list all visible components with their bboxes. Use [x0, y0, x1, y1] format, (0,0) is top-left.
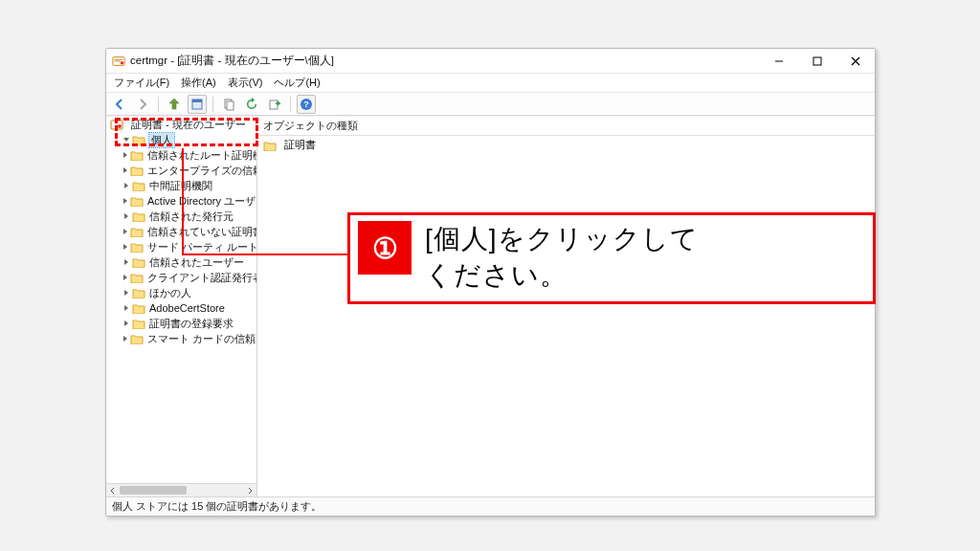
tree-item[interactable]: AdobeCertStore — [106, 300, 256, 316]
menu-help[interactable]: ヘルプ(H) — [274, 76, 320, 90]
annotation-text-line1: [個人]をクリックして — [425, 221, 699, 257]
folder-icon — [130, 241, 144, 253]
folder-icon — [130, 149, 144, 161]
chevron-right-icon[interactable] — [122, 257, 131, 267]
tree-item-label: サード パーティ ルート証明機関 — [147, 240, 257, 254]
tree-item[interactable]: クライアント認証発行者 — [106, 270, 256, 285]
chevron-right-icon[interactable] — [122, 288, 131, 298]
tree-item-label: 中間証明機関 — [149, 179, 212, 193]
list-item-label: 証明書 — [284, 138, 316, 152]
folder-icon — [130, 195, 144, 207]
chevron-right-icon[interactable] — [122, 181, 131, 190]
toolbar: ? — [106, 93, 875, 116]
tree-item-label: AdobeCertStore — [149, 302, 225, 314]
menu-action[interactable]: 操作(A) — [181, 76, 216, 90]
annotation-connector — [182, 253, 349, 255]
tree-item-label: クライアント認証発行者 — [147, 271, 257, 285]
tree-item-label: 信頼されたユーザー — [149, 255, 244, 270]
svg-rect-10 — [270, 100, 278, 109]
tree-item[interactable]: ほかの人 — [106, 285, 256, 300]
svg-point-1 — [121, 61, 124, 65]
chevron-right-icon[interactable] — [122, 211, 131, 221]
cert-root-icon — [110, 119, 123, 130]
tree-item-label: スマート カードの信頼されたルート — [147, 332, 257, 346]
forward-button[interactable] — [133, 95, 152, 114]
toolbar-separator — [290, 97, 291, 112]
tree-item-label: エンタープライズの信頼 — [147, 164, 257, 178]
toolbar-separator — [158, 97, 159, 112]
tree-item-label: 証明書の登録要求 — [149, 317, 234, 331]
chevron-right-icon[interactable] — [122, 334, 129, 343]
toolbar-help-button[interactable]: ? — [297, 95, 316, 114]
folder-icon — [132, 302, 145, 314]
chevron-right-icon[interactable] — [122, 196, 129, 206]
window-title: certmgr - [証明書 - 現在のユーザー\個人] — [130, 54, 334, 68]
tree-root-label: 証明書 - 現在のユーザー — [131, 118, 246, 132]
tree-item-label: 信頼されていない証明書 — [147, 225, 257, 239]
maximize-button[interactable] — [798, 49, 836, 73]
scroll-left-icon[interactable] — [106, 484, 120, 496]
close-button[interactable] — [836, 49, 875, 73]
toolbar-export-button[interactable] — [265, 95, 284, 114]
title-bar: certmgr - [証明書 - 現在のユーザー\個人] — [106, 49, 875, 74]
svg-rect-7 — [192, 99, 202, 102]
up-button[interactable] — [165, 95, 184, 114]
toolbar-refresh-button[interactable] — [242, 95, 261, 114]
column-header-label: オブジェクトの種類 — [263, 119, 358, 133]
folder-icon — [132, 210, 145, 222]
scroll-right-icon[interactable] — [243, 484, 256, 496]
tree-item-label: 信頼されたルート証明機関 — [147, 148, 257, 163]
annotation-callout: ① [個人]をクリックして ください。 — [347, 212, 876, 304]
tree-root[interactable]: 証明書 - 現在のユーザー — [106, 117, 256, 132]
client-area: 証明書 - 現在のユーザー 個人信頼されたルート証明機関エンタープライズの信頼中… — [106, 116, 875, 496]
menu-bar: ファイル(F) 操作(A) 表示(V) ヘルプ(H) — [106, 74, 875, 93]
toolbar-copy-button[interactable] — [219, 95, 238, 114]
minimize-button[interactable] — [760, 49, 798, 73]
annotation-text-line2: ください。 — [425, 257, 699, 294]
folder-icon — [132, 318, 145, 329]
chevron-right-icon[interactable] — [122, 165, 129, 175]
menu-file[interactable]: ファイル(F) — [114, 76, 169, 90]
menu-view[interactable]: 表示(V) — [228, 76, 263, 90]
chevron-right-icon[interactable] — [122, 242, 129, 252]
folder-icon — [132, 287, 145, 298]
folder-icon — [132, 180, 145, 191]
toolbar-properties-button[interactable] — [188, 95, 207, 114]
annotation-text: [個人]をクリックして ください。 — [425, 221, 699, 292]
folder-icon — [130, 165, 144, 176]
scrollbar-track[interactable] — [120, 484, 243, 496]
chevron-right-icon[interactable] — [122, 303, 131, 313]
chevron-right-icon[interactable] — [122, 135, 131, 144]
tree-item[interactable]: 信頼されたユーザー — [106, 254, 256, 270]
tree-item[interactable]: スマート カードの信頼されたルート — [106, 331, 256, 346]
folder-icon — [130, 333, 144, 344]
tree-horizontal-scrollbar[interactable] — [106, 483, 256, 496]
status-bar: 個人 ストアには 15 個の証明書があります。 — [106, 496, 875, 516]
chevron-right-icon[interactable] — [122, 227, 129, 236]
tree-item-label: 個人 — [149, 133, 174, 147]
chevron-right-icon[interactable] — [122, 150, 129, 160]
chevron-right-icon[interactable] — [122, 273, 129, 282]
back-button[interactable] — [110, 95, 129, 114]
column-header-object-type[interactable]: オブジェクトの種類 — [257, 117, 875, 136]
tree-item-label: ほかの人 — [149, 286, 191, 300]
svg-point-14 — [118, 124, 122, 128]
list-item[interactable]: 証明書 — [257, 136, 875, 154]
scrollbar-thumb[interactable] — [120, 486, 187, 495]
folder-icon — [130, 272, 144, 283]
annotation-number-badge: ① — [358, 221, 412, 275]
tree-item[interactable]: 個人 — [106, 132, 256, 147]
svg-rect-3 — [813, 57, 821, 65]
annotation-number: ① — [372, 231, 398, 265]
tree-item[interactable]: 証明書の登録要求 — [106, 316, 256, 331]
status-text: 個人 ストアには 15 個の証明書があります。 — [112, 499, 322, 514]
window-controls — [760, 49, 875, 73]
tree-item-label: 信頼された発行元 — [149, 209, 234, 224]
list-view[interactable]: オブジェクトの種類 証明書 — [257, 117, 875, 496]
chevron-right-icon[interactable] — [122, 319, 131, 328]
toolbar-separator — [212, 97, 213, 112]
certmgr-icon — [112, 55, 125, 68]
tree-item-label: Active Directory ユーザー オブジ — [147, 194, 257, 209]
svg-text:?: ? — [303, 99, 309, 109]
annotation-connector-vertical — [182, 148, 184, 254]
